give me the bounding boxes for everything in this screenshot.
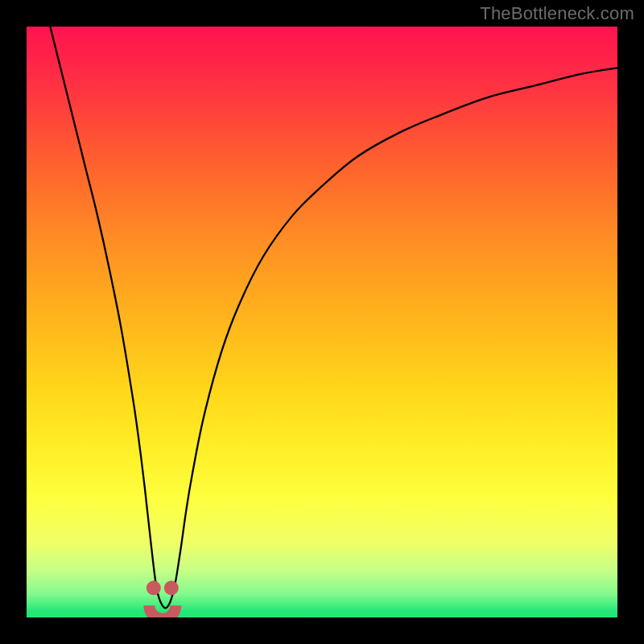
bottleneck-chart [27, 27, 617, 617]
heat-gradient-background [27, 27, 617, 617]
watermark-text: TheBottleneck.com [480, 3, 634, 24]
